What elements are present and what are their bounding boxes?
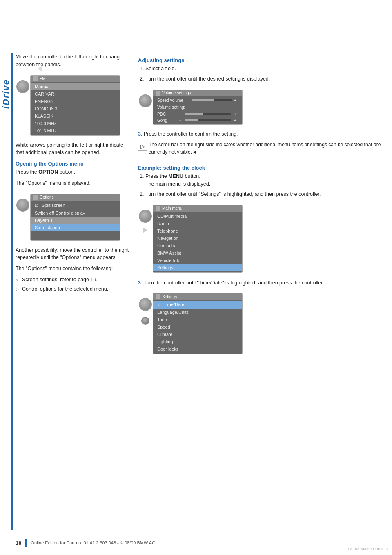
main-row-bmw: BMW Assist (153, 249, 242, 257)
contains-text: The "Options" menu contains the followin… (16, 265, 130, 273)
fm-screen-header: FM (31, 76, 120, 82)
volume-screen: Volume settings Speed volume + Volume se… (153, 90, 243, 125)
fm-screen: FM Manual CARIVARI ENERGY GONG96.3 KLASS… (30, 75, 120, 136)
footer-text: Online Edition for Part no. 01 41 2 603 … (31, 540, 155, 545)
scroll-indicator-icon: ▷ (138, 142, 147, 151)
settings-row-language: Language/Units (153, 309, 242, 316)
settings-screen-header: Settings (153, 293, 242, 300)
main-row-radio: Radio (153, 220, 242, 227)
fm-row-energy: ENERGY (31, 98, 120, 105)
controller-left-settings (138, 290, 153, 325)
volume-screen-body: Speed volume + Volume setting: PDC − + (153, 96, 242, 124)
gong-minus: − (179, 118, 181, 122)
fm-icon (33, 76, 38, 81)
settings-screen: Settings ✓ Time/Date Language/Units Tone… (153, 293, 243, 354)
settings-row-tone: Tone (153, 316, 242, 323)
controller-left-main (138, 201, 153, 233)
speed-volume-row: Speed volume + (153, 97, 242, 103)
footer: 18 Online Edition for Part no. 01 41 2 6… (16, 539, 388, 547)
gong-fill (185, 119, 198, 121)
example-steps: Press the MENU button. The main menu is … (138, 172, 388, 198)
gong-row: Gong − + (153, 117, 242, 123)
volume-icon (156, 91, 160, 96)
footer-page-number: 18 (16, 540, 21, 546)
idrive-sidebar-label: iDrive (0, 53, 12, 135)
controller-left-options (16, 190, 30, 212)
fm-row-100mhz: 100.0 MHz (31, 120, 120, 127)
example-step-1: Press the MENU button. The main menu is … (145, 172, 388, 188)
controller-left-fm (16, 72, 30, 93)
options-row-bayern: Bayern 1 (31, 217, 120, 224)
page-19-link[interactable]: 19 (90, 277, 96, 282)
gong-bar (185, 119, 231, 121)
fm-row-manual: Manual (31, 83, 120, 90)
controller-knob-volume (139, 94, 152, 107)
options-bullets: Screen settings, refer to page 19. Contr… (16, 276, 130, 293)
controller-knob-options (16, 199, 29, 212)
opening-heading: Opening the Options menu (16, 161, 130, 167)
main-menu-header: Main menu (153, 205, 242, 212)
fm-row-101mhz: 101.3 MHz (31, 127, 120, 134)
option-bold: OPTION (38, 169, 58, 175)
controller-knob (16, 80, 29, 93)
left-column: Move the controller to the left or right… (16, 53, 130, 530)
main-menu-body: CD/Multimedia Radio Telephone Navigation… (153, 212, 242, 272)
bullet-screen-settings: Screen settings, refer to page 19. (16, 276, 130, 284)
options-icon (33, 195, 38, 200)
arrow-down-icon (38, 65, 42, 72)
watermark: carmanualsonline.info (348, 546, 388, 551)
pdc-fill (185, 113, 203, 115)
settings-row-lighting: Lighting (153, 338, 242, 345)
main-row-contacts: Contacts (153, 242, 242, 249)
settings-row-speed: Speed (153, 323, 242, 331)
main-menu-screen: Main menu CD/Multimedia Radio Telephone … (153, 205, 243, 273)
main-menu-screen-section: Main menu CD/Multimedia Radio Telephone … (138, 201, 388, 276)
another-text: Another possibility: move the controller… (16, 246, 130, 262)
adjusting-steps: Select a field. Turn the controller unti… (138, 65, 388, 83)
fm-screen-section: FM Manual CARIVARI ENERGY GONG96.3 KLASS… (16, 72, 130, 139)
pdc-row: PDC − + (153, 111, 242, 117)
fm-row-carivari: CARIVARI (31, 90, 120, 98)
step3-num: 3. (138, 131, 142, 137)
adjusting-step-2: Turn the controller until the desired se… (145, 75, 388, 83)
controller-left-volume (138, 86, 153, 107)
controller-knob-settings (139, 298, 152, 311)
pdc-bar (185, 113, 231, 115)
settings-screen-body: ✓ Time/Date Language/Units Tone Speed Cl… (153, 300, 242, 354)
settings-row-timedate: ✓ Time/Date (153, 301, 242, 309)
arrow-right-icon (143, 228, 147, 233)
options-screen-body: ☑ Split screen Switch off Control displa… (31, 201, 120, 240)
opening-para1: Press the OPTION button. (16, 168, 130, 176)
step3b-num: 3. (138, 280, 142, 286)
opening-para2: The "Options" menu is displayed. (16, 179, 130, 187)
step3-text: 3. Press the controller to confirm the s… (138, 130, 388, 138)
options-screen-header: Options (31, 194, 120, 201)
options-screen-section: Options ☑ Split screen Switch off Contro… (16, 190, 130, 244)
main-row-navigation: Navigation (153, 235, 242, 242)
settings-row-doorlocks: Door locks (153, 345, 242, 353)
fm-row-gong: GONG96.3 (31, 105, 120, 112)
bullet-control-options: Control options for the selected menu. (16, 285, 130, 293)
controller-knob-main (139, 210, 152, 223)
check-timedate-icon: ✓ (157, 302, 161, 307)
example-step-2: Turn the controller until "Settings" is … (145, 190, 388, 198)
settings-icon (156, 294, 160, 299)
speed-vol-plus: + (234, 98, 238, 103)
adjusting-heading: Adjusting settings (138, 57, 388, 63)
right-column: Adjusting settings Select a field. Turn … (138, 53, 388, 530)
options-row-split: ☑ Split screen (31, 201, 120, 209)
speed-volume-bar (192, 99, 232, 101)
options-empty-space (31, 231, 120, 239)
main-row-telephone: Telephone (153, 227, 242, 235)
fm-row-klassik: KLASSIK (31, 112, 120, 120)
menu-bold: MENU (168, 173, 183, 179)
main-menu-icon (156, 206, 160, 211)
options-screen: Options ☑ Split screen Switch off Contro… (30, 194, 120, 241)
footer-border (25, 539, 27, 547)
gong-plus: + (234, 118, 238, 123)
options-row-store: Store station (31, 224, 120, 231)
fm-screen-body: Manual CARIVARI ENERGY GONG96.3 KLASSIK … (31, 82, 120, 135)
content-area: Move the controller to the left or right… (16, 53, 388, 530)
example-heading: Example: setting the clock (138, 165, 388, 171)
volume-screen-header: Volume settings (153, 90, 242, 96)
